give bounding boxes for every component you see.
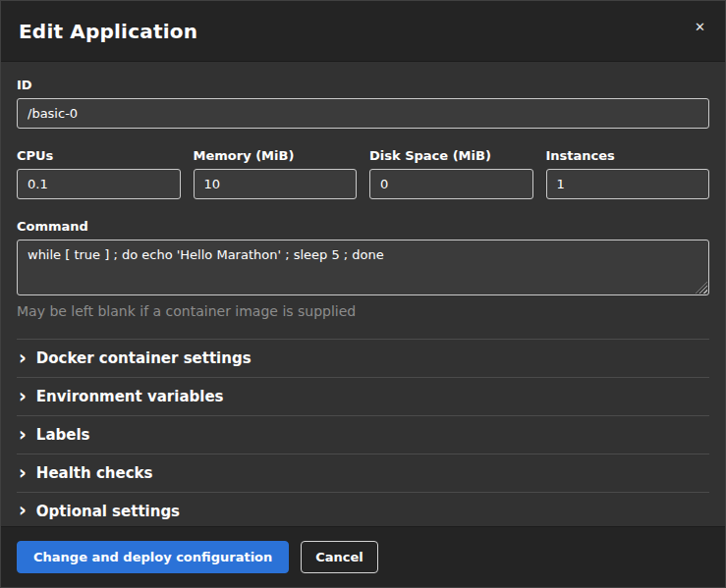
section-environment-variables[interactable]: › Environment variables	[17, 377, 709, 415]
id-label: ID	[17, 78, 709, 92]
disk-label: Disk Space (MiB)	[369, 148, 533, 163]
section-labels[interactable]: › Labels	[17, 415, 709, 454]
chevron-right-icon: ›	[19, 425, 27, 444]
chevron-right-icon: ›	[19, 463, 27, 482]
modal-body: ID CPUs Memory (MiB) Disk Space (MiB) In…	[1, 62, 725, 526]
command-textarea[interactable]: while [ true ] ; do echo 'Hello Marathon…	[17, 240, 709, 295]
section-optional-settings[interactable]: › Optional settings	[17, 492, 709, 526]
section-docker-container-settings[interactable]: › Docker container settings	[17, 339, 709, 377]
cpus-label: CPUs	[17, 148, 181, 163]
instances-input[interactable]	[546, 169, 710, 199]
chevron-right-icon: ›	[19, 387, 27, 405]
cancel-button[interactable]: Cancel	[301, 541, 378, 573]
chevron-right-icon: ›	[19, 348, 27, 367]
instances-label: Instances	[546, 148, 710, 163]
section-label: Docker container settings	[36, 349, 251, 367]
section-health-checks[interactable]: › Health checks	[17, 454, 709, 492]
cpus-input[interactable]	[17, 169, 181, 199]
modal-footer: Change and deploy configuration Cancel	[1, 526, 725, 587]
modal-header: Edit Application ✕	[1, 1, 725, 62]
command-help-text: May be left blank if a container image i…	[17, 303, 709, 319]
close-icon[interactable]: ✕	[691, 17, 709, 37]
modal-title: Edit Application	[19, 20, 197, 43]
collapsible-sections: › Docker container settings › Environmen…	[17, 339, 709, 526]
section-label: Environment variables	[36, 388, 224, 405]
id-input[interactable]	[17, 98, 709, 129]
id-field-group: ID	[17, 78, 709, 129]
command-textarea-wrap: while [ true ] ; do echo 'Hello Marathon…	[17, 240, 709, 295]
section-label: Labels	[36, 426, 90, 444]
memory-field-group: Memory (MiB)	[194, 148, 358, 199]
memory-input[interactable]	[194, 169, 358, 199]
disk-field-group: Disk Space (MiB)	[369, 148, 533, 199]
submit-button[interactable]: Change and deploy configuration	[17, 541, 289, 573]
section-label: Health checks	[36, 464, 153, 482]
command-field-group: Command while [ true ] ; do echo 'Hello …	[17, 219, 709, 319]
section-label: Optional settings	[36, 503, 180, 520]
instances-field-group: Instances	[546, 148, 710, 199]
edit-application-modal: Edit Application ✕ ID CPUs Memory (MiB) …	[0, 0, 726, 588]
command-label: Command	[17, 219, 709, 234]
chevron-right-icon: ›	[19, 501, 27, 519]
resources-row: CPUs Memory (MiB) Disk Space (MiB) Insta…	[17, 148, 709, 199]
cpus-field-group: CPUs	[17, 148, 181, 199]
memory-label: Memory (MiB)	[194, 148, 358, 163]
disk-input[interactable]	[369, 169, 533, 199]
